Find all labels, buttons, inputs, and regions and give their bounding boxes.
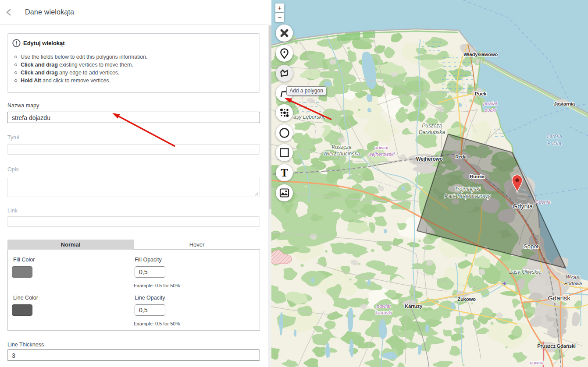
svg-text:Wierzchucińska: Wierzchucińska bbox=[323, 151, 360, 157]
svg-text:Darżlubska: Darżlubska bbox=[419, 129, 445, 135]
svg-text:Gdynia: Gdynia bbox=[513, 203, 533, 210]
svg-text:asy Lęborskie: asy Lęborskie bbox=[293, 114, 326, 120]
svg-text:Pruszcz Gdański: Pruszcz Gdański bbox=[537, 343, 576, 349]
svg-text:Puszcza: Puszcza bbox=[422, 123, 442, 129]
svg-text:Park Krajobrazowy: Park Krajobrazowy bbox=[445, 193, 491, 199]
svg-text:Reda: Reda bbox=[455, 154, 467, 159]
svg-text:Gdynia: Gdynia bbox=[535, 199, 551, 205]
svg-text:Sopot: Sopot bbox=[524, 243, 538, 250]
svg-text:Trójmiejski: Trójmiejski bbox=[455, 186, 481, 192]
svg-text:Kartuzy: Kartuzy bbox=[405, 303, 423, 309]
svg-text:Zatoka: Zatoka bbox=[546, 134, 562, 139]
svg-text:Wyspa: Wyspa bbox=[566, 274, 581, 279]
svg-text:powiat: powiat bbox=[529, 360, 544, 365]
svg-text:Pucka: Pucka bbox=[547, 141, 561, 146]
svg-text:kartuski: kartuski bbox=[375, 310, 392, 315]
svg-text:pucki: pucki bbox=[484, 107, 496, 113]
svg-text:powiat: powiat bbox=[483, 101, 498, 106]
svg-text:✈: ✈ bbox=[502, 280, 507, 287]
svg-text:Puck: Puck bbox=[475, 91, 487, 96]
svg-text:powiat: powiat bbox=[374, 145, 389, 150]
svg-text:T: T bbox=[281, 167, 288, 179]
svg-text:Żukowo: Żukowo bbox=[457, 296, 476, 302]
svg-text:Wejherowo: Wejherowo bbox=[416, 156, 442, 162]
svg-text:Puszcza: Puszcza bbox=[331, 144, 352, 150]
svg-text:Jastarnia: Jastarnia bbox=[554, 101, 575, 106]
svg-text:Rumia: Rumia bbox=[470, 174, 485, 179]
svg-text:Lasy Oliwskie: Lasy Oliwskie bbox=[509, 269, 542, 275]
svg-text:powiat: powiat bbox=[376, 303, 391, 309]
svg-text:Gdańsk: Gdańsk bbox=[548, 294, 570, 302]
svg-text:wejherowski: wejherowski bbox=[368, 152, 395, 157]
svg-text:Władysławowo: Władysławowo bbox=[463, 52, 498, 57]
svg-text:Portowa: Portowa bbox=[564, 281, 582, 286]
